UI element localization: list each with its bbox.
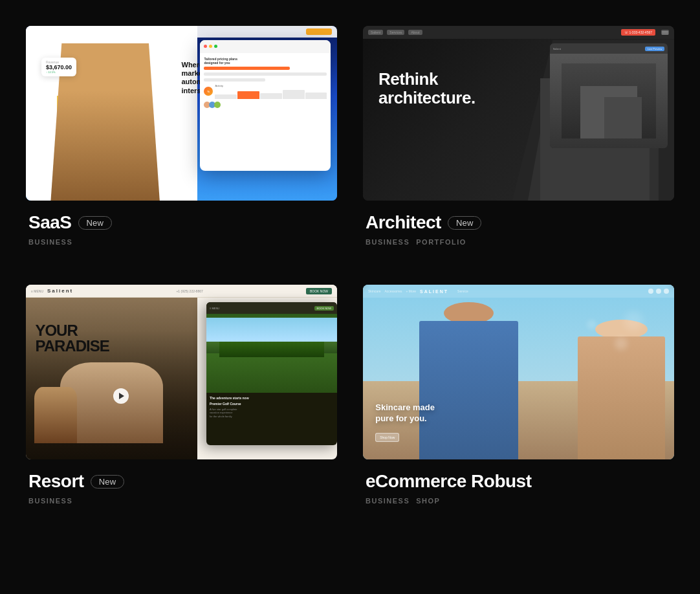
arch-popup: Salient Live Preview [550, 43, 668, 148]
resort-popup-title: The adventure starts now [210, 396, 334, 400]
resort-title-row: Resort New [28, 471, 334, 492]
saas-bar-3 [204, 78, 265, 82]
arch-phone: ☏ 1-333-432-4567 [621, 29, 655, 36]
card-info-resort: Resort New BUSINESS [26, 471, 337, 505]
ecomm-nav-icons [648, 289, 669, 294]
card-image-resort[interactable]: ≡ MENU Salient +1 (925) 222-8867 BOOK NO… [26, 285, 337, 459]
saas-popup-header [200, 40, 331, 53]
resort-tag-0: BUSINESS [28, 497, 72, 505]
saas-tags: BUSINESS [28, 238, 334, 246]
ecomm-user-icon [656, 289, 661, 294]
ecommerce-title: eCommerce Robust [366, 471, 532, 492]
resort-popup-btn: BOOK NOW [314, 306, 334, 311]
saas-popup: Tailored pricing plansdesigned for you %… [200, 40, 331, 171]
architect-tags: BUSINESS PORTFOLIO [366, 238, 672, 246]
ecomm-bokeh-3 [587, 320, 596, 329]
resort-title: Resort [28, 471, 84, 492]
arch-nav: Salient Services About ☏ 1-333-432-4567 [363, 26, 674, 39]
card-resort[interactable]: ≡ MENU Salient +1 (925) 222-8867 BOOK NO… [26, 285, 337, 505]
resort-golf-ground [206, 353, 337, 393]
architect-tag-1: PORTFOLIO [416, 238, 466, 246]
saas-stat-box: Revenue $3,670.00 ↑ 12.5% [41, 58, 76, 76]
arch-popup-cta: Live Preview [645, 47, 665, 51]
resort-phone: +1 (925) 222-8867 [176, 289, 202, 293]
resort-book-btn: BOOK NOW [306, 288, 332, 294]
ecommerce-tag-0: BUSINESS [366, 497, 410, 505]
ecomm-nav-service: Service [457, 289, 468, 293]
saas-nav-cta [306, 28, 332, 35]
card-image-ecommerce[interactable]: Skincare Accessories + More SALIENT Serv… [363, 285, 674, 459]
saas-title-row: SaaS New [28, 212, 334, 233]
ecomm-nav-item1: Skincare [368, 289, 380, 293]
ecomm-nav: Skincare Accessories + More SALIENT Serv… [363, 285, 674, 298]
resort-nav-menu: ≡ MENU [31, 289, 43, 293]
card-info-architect: Architect New BUSINESS PORTFOLIO [363, 212, 674, 246]
ecomm-nav-item2: Accessories [384, 289, 402, 293]
ecomm-nav-logo: SALIENT [420, 289, 448, 294]
resort-headline: YOURPARADISE [35, 323, 109, 354]
arch-headline: Rethinkarchitecture. [378, 70, 476, 109]
ecomm-cart-icon [664, 289, 669, 294]
resort-play-button[interactable] [113, 388, 129, 404]
resort-nav: ≡ MENU Salient +1 (925) 222-8867 BOOK NO… [26, 285, 337, 298]
ecommerce-title-row: eCommerce Robust [366, 471, 672, 492]
resort-popup-nav: ≡ MENU BOOK NOW [206, 302, 337, 314]
ecomm-search-icon [648, 289, 653, 294]
saas-title: SaaS [28, 212, 72, 233]
ecomm-headline: Skincare madepure for you. [375, 402, 435, 424]
ecomm-nav-item3: + More [406, 289, 416, 293]
card-image-saas[interactable]: Wheremarketing &automationintersect. Tai… [26, 26, 337, 201]
ecomm-person1-body [419, 321, 519, 459]
ecomm-bokeh-1 [624, 311, 643, 331]
card-info-saas: SaaS New BUSINESS [26, 212, 337, 246]
saas-tag-0: BUSINESS [28, 238, 72, 246]
resort-popup-subtitle: Premier Golf Course [210, 402, 334, 406]
arch-popup-logo: Salient [553, 47, 561, 50]
saas-bar-2 [204, 72, 327, 76]
arch-nav-item2: About [408, 30, 422, 35]
saas-popup-content: Tailored pricing plansdesigned for you %… [200, 53, 331, 112]
resort-logo: Salient [47, 288, 73, 294]
ecomm-cta-btn: Shop Now [375, 433, 399, 442]
ecomm-person2-body [578, 336, 665, 459]
resort-popup-content: The adventure starts now Premier Golf Co… [206, 393, 337, 422]
card-architect[interactable]: Salient Services About ☏ 1-333-432-4567 [363, 26, 674, 246]
architect-title-row: Architect New [366, 212, 672, 233]
arch-nav-item1: Services [387, 30, 404, 35]
resort-mobile-popup: ≡ MENU BOOK NOW The adventure starts now… [206, 302, 337, 445]
architect-tag-0: BUSINESS [366, 238, 410, 246]
saas-new-badge: New [78, 216, 113, 230]
ecommerce-tags: BUSINESS SHOP [366, 497, 672, 505]
resort-popup-desc: A five star golf completevacation experi… [210, 408, 334, 419]
ecommerce-tag-1: SHOP [416, 497, 440, 505]
architect-title: Architect [366, 212, 441, 233]
resort-popup-image [206, 314, 337, 393]
ecomm-bokeh-2 [615, 337, 628, 350]
template-grid: Wheremarketing &automationintersect. Tai… [26, 26, 674, 505]
card-ecommerce[interactable]: Skincare Accessories + More SALIENT Serv… [363, 285, 674, 505]
resort-new-badge: New [91, 475, 125, 489]
arch-popup-image [550, 54, 668, 148]
resort-tags: BUSINESS [28, 497, 334, 505]
resort-popup-menu: ≡ MENU [210, 307, 219, 310]
ecomm-person1-group [419, 302, 519, 459]
card-info-ecommerce: eCommerce Robust BUSINESS SHOP [363, 471, 674, 505]
resort-sky [206, 318, 337, 342]
architect-new-badge: New [448, 216, 482, 230]
saas-bar-1 [204, 67, 290, 70]
card-image-architect[interactable]: Salient Services About ☏ 1-333-432-4567 [363, 26, 674, 201]
arch-popup-header: Salient Live Preview [550, 43, 668, 54]
card-saas[interactable]: Wheremarketing &automationintersect. Tai… [26, 26, 337, 246]
arch-menu-icon [661, 30, 669, 35]
resort-person-left [34, 387, 77, 444]
arch-logo: Salient [368, 30, 383, 35]
